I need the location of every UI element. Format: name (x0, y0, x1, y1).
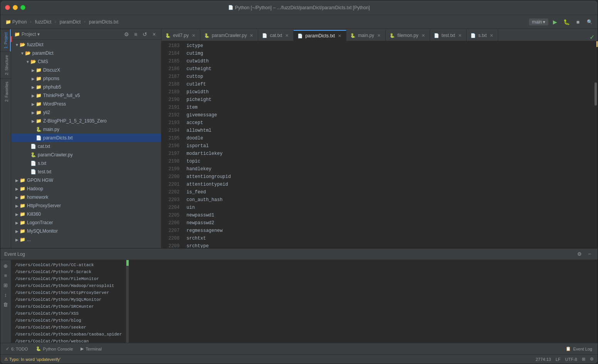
folder-icon: 📁 (36, 84, 42, 90)
code-line: picwidth (186, 88, 594, 96)
line-number: 2183 (161, 42, 180, 50)
tab-mainpy[interactable]: 🐍 main.py ✕ (346, 30, 386, 41)
tree-item-testtxt[interactable]: ▶ 📄 test.txt (11, 168, 161, 176)
tree-item-mainpy[interactable]: ▶ 🐍 main.py (11, 125, 161, 134)
run-toolbar: main ▾ ▶ 🐛 ■ 🔍 (529, 17, 595, 27)
tree-item-mysqlmonitor[interactable]: ▶ 📁 MySQLMonitor (11, 227, 161, 235)
line-number: 2187 (161, 73, 180, 81)
search-button[interactable]: 🔍 (585, 17, 595, 27)
project-tab[interactable]: 1: Project (0, 29, 11, 52)
event-log-bottom-tab[interactable]: 📋 Event Log (562, 344, 596, 354)
tab-evil7py[interactable]: 🐍 evil7.py ✕ (161, 30, 200, 41)
maximize-button[interactable] (20, 5, 25, 10)
main-area: 1: Project 2: Structure 2: Favorites 📁 P… (0, 29, 598, 248)
todo-tab[interactable]: ✓ 6: TODO (2, 344, 32, 354)
event-log-minimize-btn[interactable]: − (585, 250, 594, 258)
structure-btn[interactable]: ⊞ (2, 281, 10, 289)
run-config-dropdown[interactable]: main ▾ (529, 18, 548, 25)
tree-item-more[interactable]: ▶ 📁 ... (11, 235, 161, 244)
tree-item-kill360[interactable]: ▶ 📁 Kill360 (11, 210, 161, 218)
tab-close-paramcrawler[interactable]: ✕ (249, 33, 254, 39)
folder-icon: 📁 (36, 76, 42, 81)
tree-item-paramdict[interactable]: ▼ 📂 paramDict (11, 49, 161, 57)
settings-gear-icon[interactable]: ⚙ (590, 357, 594, 362)
tree-item-homework[interactable]: ▶ 📁 homework (11, 193, 161, 201)
code-line: picheight (186, 96, 594, 104)
panel-layout-btn[interactable]: ≡ (132, 30, 139, 38)
tree-item-stxt[interactable]: ▶ 📄 s.txt (11, 159, 161, 168)
tree-item-phpcms[interactable]: ▶ 📁 phpcms (11, 74, 161, 83)
tab-close-testtxt[interactable]: ✕ (457, 33, 462, 39)
stop-button[interactable]: ■ (573, 17, 583, 27)
panel-close-btn[interactable]: × (150, 30, 158, 38)
tree-item-yii2[interactable]: ▶ 📁 yii2 (11, 108, 161, 117)
project-title[interactable]: 📁 Project ▾ (14, 32, 40, 37)
breadcrumb-fuzzdict[interactable]: fuzzDict (33, 18, 54, 25)
tab-testtxt[interactable]: 📄 test.txt ✕ (430, 30, 467, 41)
event-log-icon: 📋 (566, 346, 571, 351)
bottom-area: Event Log ⚙ − ⊕ ≡ ⊞ ↕ 🗑 /Users/CoolCat/P… (0, 248, 598, 364)
code-line: cutimg (186, 50, 594, 57)
tree-item-paramcrawler[interactable]: ▶ 🐍 paramCrawler.py (11, 151, 161, 159)
event-log-settings-btn[interactable]: ⚙ (575, 250, 584, 258)
tree-item-gpon[interactable]: ▶ 📁 GPON HGW (11, 176, 161, 185)
terminal-tab[interactable]: ▶ Terminal (77, 344, 106, 354)
scrollbar-thumb[interactable] (595, 82, 597, 106)
minimize-button[interactable] (13, 5, 18, 10)
todo-icon: ✓ (6, 346, 9, 351)
breadcrumb-paramdicts[interactable]: paramDicts.txt (87, 18, 121, 25)
favorites-tab[interactable]: 2: Favorites (0, 78, 11, 105)
tab-close-stxt[interactable]: ✕ (489, 33, 494, 39)
breadcrumb-python[interactable]: 📁 Python (3, 18, 29, 25)
line-number: 2190 (161, 96, 180, 104)
folder-icon: 📁 (20, 237, 25, 242)
tree-item-wordpress[interactable]: ▶ 📁 WordPress (11, 100, 161, 108)
tab-close-cattxt[interactable]: ✕ (284, 33, 289, 39)
line-number: 2198 (161, 158, 180, 165)
line-number: 2207 (161, 227, 180, 235)
tree-item-paramdicts-txt[interactable]: ▶ 📄 paramDicts.txt (11, 134, 161, 142)
python-console-tab[interactable]: 🐍 Python Console (32, 344, 77, 354)
tree-item-cms[interactable]: ▼ 📂 CMS (11, 57, 161, 66)
tree-item-hadoop[interactable]: ▶ 📁 Hadoop (11, 185, 161, 193)
run-button[interactable]: ▶ (550, 17, 560, 27)
tab-filemon[interactable]: 🐍 filemon.py ✕ (386, 30, 430, 41)
checkmark-icon: ✓ (590, 34, 595, 41)
tab-stxt[interactable]: 📄 s.txt ✕ (467, 30, 498, 41)
status-left: ⚠ Typo: In word 'updateverify' (4, 357, 60, 362)
folder-icon: 📁 (20, 203, 25, 208)
list-view-btn[interactable]: ≡ (2, 271, 10, 280)
tab-close-evil7py[interactable]: ✕ (191, 33, 196, 39)
delete-btn[interactable]: 🗑 (2, 300, 10, 309)
tree-item-fuzzdict[interactable]: ▼ 📂 fuzzDict (11, 40, 161, 49)
event-log-header: Event Log ⚙ − (0, 248, 598, 260)
panel-settings-btn[interactable]: ⚙ (123, 30, 130, 38)
editor-scrollbar[interactable] (594, 41, 598, 248)
folder-icon: 📁 (36, 110, 42, 115)
tab-close-mainpy[interactable]: ✕ (376, 33, 381, 39)
panel-refresh-btn[interactable]: ↺ (141, 30, 149, 38)
tree-item-discuzx[interactable]: ▶ 📁 DiscuzX (11, 66, 161, 74)
tab-paramdicts[interactable]: 📄 paramDicts.txt ✕ (294, 30, 346, 41)
tree-item-cattxt[interactable]: ▶ 📄 cat.txt (11, 142, 161, 151)
tree-item-thinkphp[interactable]: ▶ 📁 ThinkPHP_full_v5 (11, 91, 161, 100)
line-number: 2191 (161, 104, 180, 111)
tree-item-logontracer[interactable]: ▶ 📁 LogonTracer (11, 218, 161, 227)
event-log-tab[interactable]: 📋 Event Log (562, 344, 596, 354)
code-area[interactable]: ictypecutimgcutwidthcutheightcuttopcutle… (183, 41, 594, 248)
expand-btn[interactable]: ↕ (2, 290, 10, 299)
tab-cattxt[interactable]: 📄 cat.txt ✕ (258, 30, 294, 41)
tab-close-paramdicts[interactable]: ✕ (337, 33, 342, 39)
debug-button[interactable]: 🐛 (561, 17, 571, 27)
filter-btn[interactable]: ⊕ (2, 262, 10, 270)
log-path-item: /Users/CoolCat/Python/HttpProxyServer (15, 289, 122, 296)
tab-close-filemon[interactable]: ✕ (421, 33, 426, 39)
tree-item-phphub5[interactable]: ▶ 📁 phphub5 (11, 83, 161, 91)
tree-item-zblog[interactable]: ▶ 📁 Z-BlogPHP_1_5_2_1935_Zero (11, 117, 161, 125)
close-button[interactable] (5, 5, 10, 10)
tab-paramcrawler[interactable]: 🐍 paramCrawler.py ✕ (200, 30, 259, 41)
breadcrumb-paramdict[interactable]: paramDict (58, 18, 83, 25)
folder-icon: 📂 (20, 42, 25, 47)
tree-item-httpproxy[interactable]: ▶ 📁 HttpProxyServer (11, 201, 161, 210)
structure-tab[interactable]: 2: Structure (0, 52, 11, 78)
